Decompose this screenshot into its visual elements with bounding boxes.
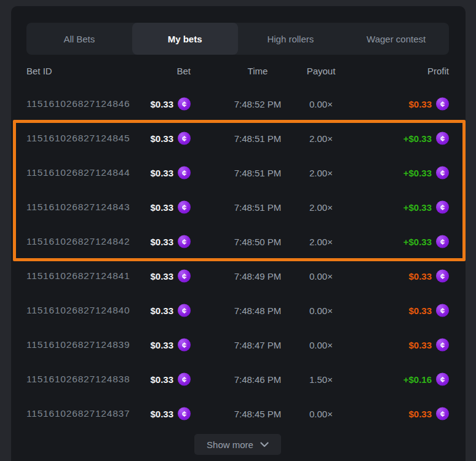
coin-icon: ¢ [178,408,191,420]
bet-time: 7:48:45 PM [234,409,282,419]
table-row: 115161026827124838 $0.33¢ 7:48:46 PM 1.5… [26,362,449,396]
bet-id: 115161026827124841 [26,270,130,282]
header-bet-id: Bet ID [26,66,52,76]
coin-icon: ¢ [436,270,449,283]
coin-icon: ¢ [178,132,191,145]
bet-amount: $0.33¢ [150,304,191,317]
table-row: 115161026827124841 $0.33¢ 7:48:49 PM 0.0… [26,259,449,293]
show-more-container: Show more [26,434,449,455]
header-payout: Payout [307,66,336,76]
table-row: 115161026827124840 $0.33¢ 7:48:48 PM 0.0… [26,293,449,328]
bet-profit: +$0.33¢ [403,167,449,179]
bet-profit: $0.33¢ [408,98,449,111]
bet-amount: $0.33¢ [150,235,191,248]
bet-time: 7:48:49 PM [234,271,282,282]
bet-profit: $0.33¢ [408,270,449,283]
bet-payout: 0.00× [309,305,333,316]
coin-icon: ¢ [436,132,449,145]
coin-icon: ¢ [436,167,449,179]
bet-payout: 2.00× [309,133,333,144]
coin-icon: ¢ [178,270,191,283]
bet-profit: $0.33¢ [408,339,449,352]
table-body: 115161026827124846 $0.33¢ 7:48:52 PM 0.0… [26,87,449,431]
coin-icon: ¢ [178,201,191,214]
bet-time: 7:48:51 PM [234,133,282,144]
bet-amount: $0.33¢ [150,201,191,214]
coin-icon: ¢ [436,339,449,352]
table-row: 115161026827124837 $0.33¢ 7:48:45 PM 0.0… [26,396,449,431]
bet-time: 7:48:48 PM [234,305,282,316]
coin-icon: ¢ [436,304,449,317]
bet-payout: 0.00× [309,99,333,109]
bet-profit: +$0.33¢ [403,201,449,214]
bet-id: 115161026827124837 [26,408,130,419]
bet-profit: +$0.33¢ [403,235,449,248]
bet-payout: 0.00× [309,409,333,419]
bet-payout: 2.00× [309,237,333,247]
bet-profit: +$0.33¢ [403,132,449,145]
bet-amount: $0.33¢ [150,132,191,145]
bet-profit: $0.33¢ [408,304,449,317]
bet-id: 115161026827124840 [26,305,130,316]
bet-time: 7:48:47 PM [234,340,282,350]
coin-icon: ¢ [178,235,191,248]
bet-id: 115161026827124846 [26,98,130,109]
bet-time: 7:48:51 PM [234,168,282,178]
table-row: 115161026827124845 $0.33¢ 7:48:51 PM 2.0… [26,121,449,156]
bet-id: 115161026827124842 [26,236,130,247]
bets-tabs: All Bets My bets High rollers Wager cont… [26,23,449,55]
header-time: Time [248,66,268,76]
coin-icon: ¢ [436,408,449,420]
bet-profit: $0.33¢ [408,408,449,420]
coin-icon: ¢ [178,339,191,352]
tab-my-bets[interactable]: My bets [132,23,238,55]
bet-time: 7:48:46 PM [234,374,282,385]
bet-id: 115161026827124838 [26,374,130,385]
bet-time: 7:48:51 PM [234,202,282,213]
tab-all-bets[interactable]: All Bets [26,23,132,55]
coin-icon: ¢ [436,201,449,214]
table-header: Bet ID Bet Time Payout Profit [26,55,449,87]
bet-payout: 2.00× [309,202,333,213]
show-more-button[interactable]: Show more [194,434,281,455]
bet-id: 115161026827124839 [26,339,130,350]
bet-amount: $0.33¢ [150,373,191,386]
coin-icon: ¢ [178,304,191,317]
table-row: 115161026827124842 $0.33¢ 7:48:50 PM 2.0… [26,224,449,259]
coin-icon: ¢ [178,98,191,111]
bets-history-panel: All Bets My bets High rollers Wager cont… [0,0,476,461]
bet-amount: $0.33¢ [150,339,191,352]
coin-icon: ¢ [436,373,449,386]
bet-id: 115161026827124843 [26,202,130,213]
coin-icon: ¢ [178,167,191,179]
bet-payout: 0.00× [309,271,333,282]
table-row: 115161026827124843 $0.33¢ 7:48:51 PM 2.0… [26,190,449,224]
header-bet: Bet [177,66,191,76]
table-row: 115161026827124839 $0.33¢ 7:48:47 PM 0.0… [26,328,449,362]
bet-id: 115161026827124844 [26,167,130,178]
bet-payout: 2.00× [309,168,333,178]
coin-icon: ¢ [178,373,191,386]
bet-id: 115161026827124845 [26,133,130,144]
bet-amount: $0.33¢ [150,408,191,420]
panel: All Bets My bets High rollers Wager cont… [11,6,466,461]
header-profit: Profit [427,66,449,76]
coin-icon: ¢ [436,98,449,111]
bet-amount: $0.33¢ [150,167,191,179]
bet-amount: $0.33¢ [150,98,191,111]
tab-high-rollers[interactable]: High rollers [238,23,344,55]
chevron-down-icon [260,442,269,447]
bet-payout: 1.50× [309,374,333,385]
table-row: 115161026827124844 $0.33¢ 7:48:51 PM 2.0… [26,156,449,190]
bet-profit: +$0.16¢ [403,373,449,386]
table-row: 115161026827124846 $0.33¢ 7:48:52 PM 0.0… [26,87,449,121]
tab-wager-contest[interactable]: Wager contest [343,23,449,55]
bet-payout: 0.00× [309,340,333,350]
show-more-label: Show more [207,439,253,450]
bet-amount: $0.33¢ [150,270,191,283]
bet-time: 7:48:50 PM [234,237,282,247]
coin-icon: ¢ [436,235,449,248]
bet-time: 7:48:52 PM [234,99,282,109]
